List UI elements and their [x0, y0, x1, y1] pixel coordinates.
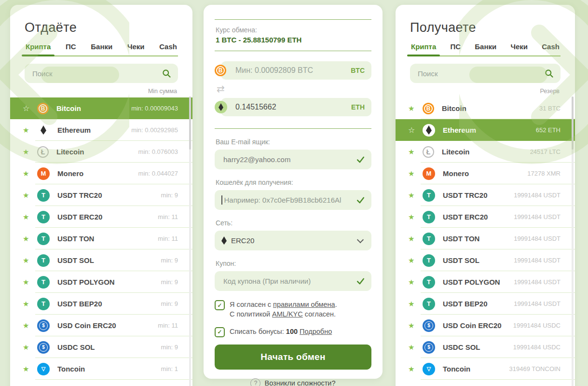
- give-row-ethereum[interactable]: Ethereummin: 0.00292985: [10, 119, 192, 141]
- give-row-usdc-sol[interactable]: $USDC SOLmin: 9: [10, 336, 192, 358]
- receive-search-input[interactable]: [410, 64, 561, 83]
- receive-row-usdt-trc20[interactable]: TUSDT TRC2019991484 USDT: [396, 184, 575, 206]
- receive-row-usdt-sol[interactable]: TUSDT SOL19991484 USDT: [396, 249, 575, 271]
- favorite-star-icon[interactable]: [23, 104, 31, 113]
- give-row-usdt-sol[interactable]: TUSDT SOLmin: 9: [10, 249, 192, 271]
- divider: [215, 19, 371, 20]
- favorite-star-icon[interactable]: [408, 169, 417, 178]
- bonus-details-link[interactable]: Подробно: [300, 328, 332, 335]
- favorite-star-icon[interactable]: [23, 278, 31, 287]
- receive-amount-input[interactable]: [234, 102, 351, 112]
- favorite-star-icon[interactable]: [408, 300, 417, 308]
- scrollbar-thumb[interactable]: [572, 96, 574, 150]
- receive-row-ethereum[interactable]: Ethereum652 ETH: [396, 119, 575, 141]
- receive-row-litecoin[interactable]: ŁLitecoin24517 LTC: [396, 141, 575, 163]
- favorite-star-icon[interactable]: [23, 256, 31, 265]
- receive-tab-[interactable]: ПС: [450, 42, 462, 55]
- receive-row-toncoin[interactable]: ▽Toncoin319469 TONCOIN: [396, 358, 575, 380]
- bonus-checkbox[interactable]: [215, 327, 225, 337]
- favorite-star-icon[interactable]: [408, 104, 417, 113]
- tether-icon: T: [423, 276, 435, 289]
- currency-amount: 17278 XMR: [527, 170, 561, 177]
- favorite-star-icon[interactable]: [408, 278, 417, 287]
- swap-direction-button[interactable]: [217, 84, 230, 94]
- coupon-field-wrap: [215, 271, 371, 291]
- currency-name: USDT ERC20: [57, 213, 158, 221]
- favorite-star-icon[interactable]: [23, 213, 31, 221]
- agreement-checkbox[interactable]: [215, 300, 225, 310]
- give-tab-[interactable]: Крипта: [25, 42, 52, 55]
- give-tab-cash[interactable]: Cash: [158, 42, 178, 55]
- give-row-usdt-ton[interactable]: TUSDT TONmin: 11: [10, 228, 192, 249]
- receive-tab-[interactable]: Чеки: [509, 42, 529, 55]
- receive-row-bitcoin[interactable]: BBitcoin31 BTC: [396, 97, 575, 119]
- receive-row-monero[interactable]: MMonero17278 XMR: [396, 163, 575, 184]
- receive-row-tron[interactable]: Tron18336040 TRX: [396, 380, 575, 386]
- text-caret: [221, 195, 222, 205]
- give-row-bitcoin[interactable]: BBitcoinmin: 0.00009043: [10, 97, 192, 119]
- help-link[interactable]: Возникли сложности?: [264, 379, 335, 386]
- receive-tab-[interactable]: Крипта: [410, 42, 437, 55]
- email-input[interactable]: [222, 155, 351, 164]
- give-search-input[interactable]: [25, 64, 178, 83]
- favorite-star-icon[interactable]: [23, 365, 31, 373]
- favorite-star-icon[interactable]: [408, 191, 417, 200]
- favorite-star-icon[interactable]: [408, 256, 417, 265]
- valid-check-icon: [356, 155, 365, 164]
- favorite-star-icon[interactable]: [408, 234, 417, 243]
- give-tab-[interactable]: Банки: [90, 42, 113, 55]
- currency-name: Monero: [57, 169, 138, 178]
- favorite-star-icon[interactable]: [408, 365, 417, 373]
- favorite-star-icon[interactable]: [408, 213, 417, 221]
- currency-amount: 19991484 USDT: [514, 235, 561, 242]
- start-exchange-button[interactable]: Начать обмен: [215, 345, 371, 370]
- receive-list-scrollbar[interactable]: [572, 96, 574, 386]
- receive-row-usdt-bep20[interactable]: TUSDT BEP2019991484 USDT: [396, 293, 575, 315]
- give-row-tron[interactable]: Tronmin: 33: [10, 380, 192, 386]
- give-row-toncoin[interactable]: ▽Toncoinmin: 1: [10, 358, 192, 380]
- network-select[interactable]: ERC20: [215, 231, 371, 250]
- monero-icon: M: [37, 167, 50, 180]
- favorite-star-icon[interactable]: [23, 148, 31, 156]
- wallet-input[interactable]: [223, 195, 352, 205]
- receive-row-usdt-erc20[interactable]: TUSDT ERC2019991484 USDT: [396, 206, 575, 228]
- favorite-star-icon[interactable]: [23, 234, 31, 243]
- give-amount-input[interactable]: [234, 66, 351, 75]
- give-row-monero[interactable]: MMoneromin: 0.044027: [10, 163, 192, 184]
- currency-amount: min: 11: [158, 322, 178, 329]
- give-row-usdt-erc20[interactable]: TUSDT ERC20min: 11: [10, 206, 192, 228]
- give-tab-[interactable]: ПС: [65, 42, 77, 55]
- currency-name: USDT BEP20: [443, 300, 514, 308]
- favorite-star-icon[interactable]: [23, 321, 31, 330]
- receive-row-usd-coin-erc20[interactable]: $USD Coin ERC2019991484 USDC: [396, 315, 575, 336]
- exchange-rules-link[interactable]: правилами обмена: [273, 301, 335, 308]
- favorite-star-icon[interactable]: [23, 191, 31, 200]
- tron-icon: [37, 385, 50, 386]
- receive-row-usdc-sol[interactable]: $USDC SOL19991484 USDC: [396, 336, 575, 358]
- currency-name: Bitcoin: [56, 104, 131, 112]
- receive-row-usdt-ton[interactable]: TUSDT TON19991484 USDT: [396, 228, 575, 249]
- favorite-star-icon[interactable]: [408, 148, 417, 156]
- receive-tab-[interactable]: Банки: [474, 42, 497, 55]
- favorite-star-icon[interactable]: [408, 125, 417, 135]
- favorite-star-icon[interactable]: [23, 169, 31, 178]
- currency-name: USDT SOL: [443, 256, 514, 264]
- give-list-scrollbar[interactable]: [189, 96, 191, 386]
- give-row-litecoin[interactable]: ŁLitecoinmin: 0.076003: [10, 141, 192, 163]
- coupon-input[interactable]: [222, 276, 351, 286]
- currency-amount: 319469 TONCOIN: [509, 365, 561, 372]
- favorite-star-icon[interactable]: [408, 321, 417, 330]
- receive-row-usdt-polygon[interactable]: TUSDT POLYGON19991484 USDT: [396, 271, 575, 293]
- favorite-star-icon[interactable]: [23, 126, 31, 135]
- give-row-usdt-bep20[interactable]: TUSDT BEP20min: 9: [10, 293, 192, 315]
- receive-tab-cash[interactable]: Cash: [541, 42, 561, 55]
- favorite-star-icon[interactable]: [23, 300, 31, 308]
- favorite-star-icon[interactable]: [23, 343, 31, 352]
- favorite-star-icon[interactable]: [408, 343, 417, 352]
- give-row-usd-coin-erc20[interactable]: $USD Coin ERC20min: 11: [10, 315, 192, 336]
- aml-kyc-link[interactable]: AML/KYC: [272, 310, 303, 318]
- give-tab-[interactable]: Чеки: [126, 42, 146, 55]
- give-row-usdt-polygon[interactable]: TUSDT POLYGONmin: 9: [10, 271, 192, 293]
- scrollbar-thumb[interactable]: [189, 96, 191, 150]
- give-row-usdt-trc20[interactable]: TUSDT TRC20min: 9: [10, 184, 192, 206]
